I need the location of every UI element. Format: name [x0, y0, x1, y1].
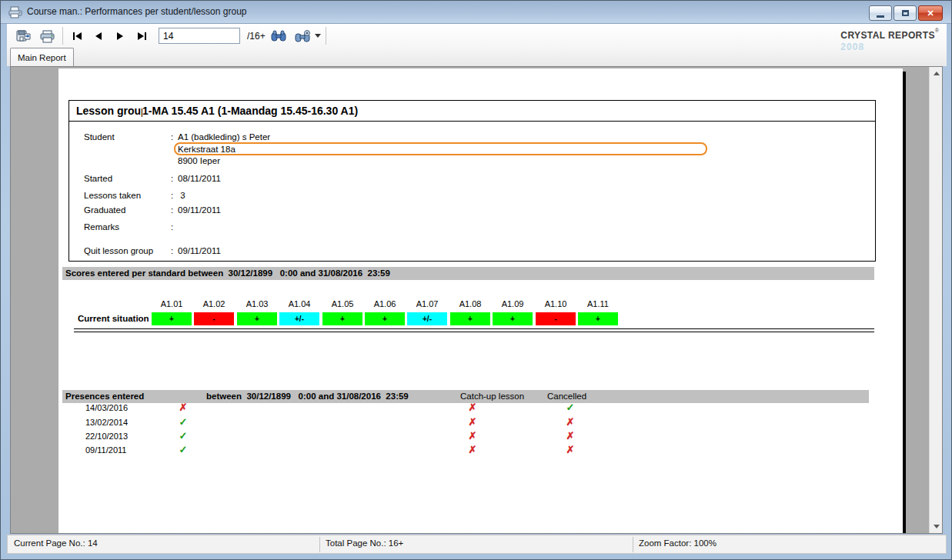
- report-page: Lesson group1-MA 15.45 A1 (1-Maandag 15.…: [58, 68, 903, 534]
- title-bar: Course man.: Performances per student/le…: [1, 1, 951, 24]
- close-icon: ✕: [927, 8, 934, 18]
- score-column-header: A1.01: [152, 299, 192, 308]
- status-separator: [319, 537, 320, 552]
- page-shadow: [903, 72, 906, 533]
- first-page-button[interactable]: [68, 30, 85, 42]
- score-cell: +: [450, 312, 490, 325]
- remarks-label: Remarks: [84, 222, 119, 232]
- colon: :: [171, 191, 173, 200]
- catchup-mark-icon: ✗: [466, 430, 479, 442]
- last-page-button[interactable]: [133, 30, 150, 42]
- report-viewer: Lesson group1-MA 15.45 A1 (1-Maandag 15.…: [10, 66, 943, 534]
- lesson-group-label: Lesson group: [76, 105, 142, 117]
- double-rule: [74, 328, 874, 332]
- lesson-group-title-row: Lesson group1-MA 15.45 A1 (1-Maandag 15.…: [68, 100, 876, 122]
- presence-date: 13/02/2014: [85, 418, 128, 427]
- scroll-down-button[interactable]: [930, 520, 943, 533]
- score-cell: -: [536, 312, 576, 325]
- previous-page-icon: [95, 32, 102, 40]
- presences-header-between: between 30/12/1899 0:00 and 31/08/2016 2…: [206, 392, 409, 401]
- status-total-pages: Total Page No.: 16+: [326, 538, 403, 548]
- catchup-mark-icon: ✗: [466, 444, 479, 455]
- maximize-icon: [902, 10, 909, 16]
- scroll-up-button[interactable]: [930, 67, 943, 80]
- colon: :: [171, 246, 173, 255]
- score-column-header: A1.11: [578, 299, 618, 308]
- status-current-page: Current Page No.: 14: [14, 538, 98, 548]
- presence-date: 09/11/2011: [85, 445, 126, 455]
- print-button[interactable]: [38, 28, 58, 45]
- colon: :: [171, 222, 173, 232]
- page-number-input[interactable]: [159, 28, 240, 44]
- lessons-taken-label: Lessons taken: [84, 191, 141, 200]
- minimize-button[interactable]: [869, 5, 892, 21]
- previous-page-button[interactable]: [90, 30, 107, 42]
- app-window: Course man.: Performances per student/le…: [0, 0, 952, 560]
- scroll-down-icon: [934, 525, 940, 528]
- score-cell: +: [237, 312, 277, 325]
- cancelled-mark-icon: ✗: [564, 444, 576, 455]
- scroll-up-icon: [934, 72, 940, 75]
- student-value: A1 (badkleding) s Peter: [178, 132, 270, 142]
- binoculars-icon: [271, 30, 286, 42]
- highlight-outline: [174, 142, 707, 155]
- catchup-mark-icon: ✗: [466, 402, 479, 413]
- score-cell: +: [365, 312, 405, 325]
- started-label: Started: [84, 174, 112, 183]
- zoom-icon: [295, 30, 312, 43]
- score-cell: +: [322, 312, 362, 325]
- score-column-header: A1.04: [279, 299, 319, 308]
- score-cell: +: [493, 312, 533, 325]
- presence-date: 22/10/2013: [85, 432, 128, 441]
- app-icon: [8, 6, 22, 18]
- status-zoom-factor: Zoom Factor: 100%: [639, 538, 717, 548]
- first-page-icon: [73, 32, 75, 40]
- quit-lesson-group-label: Quit lesson group: [84, 246, 153, 255]
- scores-header-text: Scores entered per standard between 30/1…: [65, 268, 390, 278]
- presence-date: 14/03/2016: [85, 403, 128, 412]
- colon: :: [171, 174, 173, 183]
- score-cell: +: [578, 312, 618, 325]
- quit-lesson-group-value: 09/11/2011: [178, 246, 221, 255]
- score-cell: +/-: [407, 312, 447, 325]
- page-total-label: /16+: [247, 31, 266, 42]
- cancelled-mark-icon: ✓: [564, 402, 576, 413]
- toolbar: /16+ CRYSTAL REPORTS® 2008: [7, 24, 947, 66]
- status-bar: Current Page No.: 14 Total Page No.: 16+…: [7, 535, 947, 554]
- tab-main-report[interactable]: Main Report: [10, 48, 74, 66]
- score-cell: +/-: [279, 312, 319, 325]
- catchup-column-header: Catch-up lesson: [460, 392, 524, 401]
- close-button[interactable]: ✕: [918, 5, 943, 21]
- score-cell: +: [152, 312, 192, 325]
- score-column-header: A1.05: [322, 299, 362, 308]
- lessons-taken-value: 3: [178, 191, 185, 200]
- crystal-reports-logo: CRYSTAL REPORTS® 2008: [840, 28, 939, 52]
- score-column-header: A1.09: [493, 299, 533, 308]
- address-line2: 8900 Ieper: [178, 156, 220, 165]
- score-cell: -: [194, 312, 234, 325]
- vertical-scrollbar[interactable]: [929, 67, 942, 533]
- window-title: Course man.: Performances per student/le…: [27, 6, 246, 17]
- zoom-dropdown-caret[interactable]: [315, 34, 321, 38]
- minimize-icon: [877, 15, 884, 18]
- status-separator: [633, 537, 633, 552]
- tab-main-report-label: Main Report: [18, 53, 66, 62]
- present-mark-icon: ✓: [177, 430, 189, 442]
- brand-year: 2008: [840, 42, 939, 52]
- started-value: 08/11/2011: [178, 174, 221, 183]
- present-mark-icon: ✓: [177, 444, 189, 455]
- toolbar-separator: [62, 27, 63, 45]
- cancelled-mark-icon: ✗: [564, 416, 576, 428]
- toolbar-separator: [326, 27, 326, 45]
- cancelled-mark-icon: ✗: [564, 430, 576, 442]
- export-button[interactable]: [13, 28, 33, 45]
- score-column-header: A1.03: [237, 299, 277, 308]
- find-button[interactable]: [269, 28, 289, 45]
- score-column-header: A1.02: [194, 299, 234, 308]
- score-column-header: A1.10: [536, 299, 576, 308]
- zoom-button[interactable]: [293, 28, 313, 45]
- catchup-mark-icon: ✗: [466, 416, 479, 428]
- score-column-header: A1.07: [407, 299, 447, 308]
- next-page-button[interactable]: [112, 30, 129, 42]
- maximize-button[interactable]: [894, 5, 917, 21]
